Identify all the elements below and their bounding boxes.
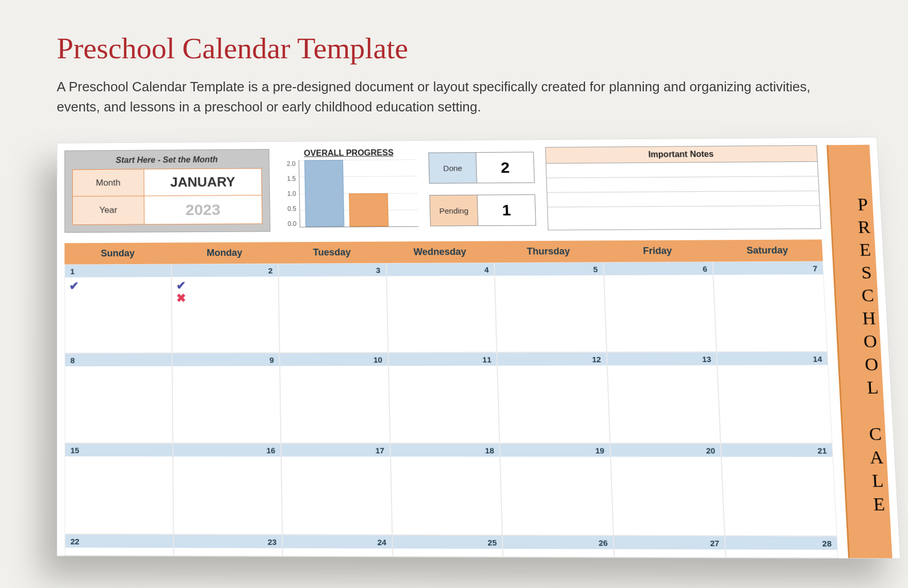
calendar-week: 1✔2✔✖34567 <box>64 261 828 353</box>
day-number: 22 <box>65 535 173 548</box>
day-number: 12 <box>497 353 606 366</box>
calendar-day[interactable]: 8 <box>64 353 172 443</box>
notes-heading: Important Notes <box>546 145 817 164</box>
calendar-day[interactable]: 22 <box>64 534 173 556</box>
calendar-day[interactable]: 6 <box>603 262 717 352</box>
month-selector: Start Here - Set the Month Month JANUARY… <box>64 149 270 233</box>
chart-bar-pending <box>349 193 388 226</box>
day-number: 4 <box>386 263 494 276</box>
day-body <box>391 456 500 463</box>
calendar-day[interactable]: 10 <box>280 353 390 444</box>
day-body <box>389 366 497 372</box>
page-description: A Preschool Calendar Template is a pre-d… <box>57 77 820 117</box>
chart-y-axis: 2.0 1.5 1.0 0.5 0.0 <box>281 160 300 227</box>
day-number: 27 <box>614 536 725 549</box>
note-line[interactable] <box>548 206 820 222</box>
cross-icon: ✖ <box>176 292 274 304</box>
day-body: ✔✖ <box>172 276 279 307</box>
calendar-day[interactable]: 24 <box>282 535 393 557</box>
day-number: 9 <box>172 353 279 366</box>
calendar-day[interactable]: 20 <box>610 443 725 535</box>
day-body <box>604 275 713 282</box>
year-value[interactable]: 2023 <box>144 195 262 224</box>
day-number: 6 <box>604 262 712 275</box>
day-number: 20 <box>610 444 721 456</box>
chart-title: OVERALL PROGRESS <box>281 148 417 158</box>
calendar-day[interactable]: 14 <box>717 352 832 444</box>
calendar-day[interactable]: 12 <box>497 352 610 444</box>
day-number: 1 <box>65 265 171 277</box>
day-body <box>714 274 823 281</box>
calendar-day[interactable]: 26 <box>502 535 614 558</box>
day-number: 11 <box>388 353 497 366</box>
day-body <box>495 275 604 282</box>
calendar-day[interactable]: 2✔✖ <box>171 264 280 353</box>
day-number: 7 <box>714 262 823 274</box>
calendar-day[interactable]: 11 <box>388 352 499 443</box>
stats-panel: Done 2 Pending 1 <box>428 147 536 231</box>
day-body <box>282 456 390 463</box>
calendar-week: 15161718192021 <box>64 443 837 536</box>
calendar-day[interactable]: 19 <box>500 443 613 535</box>
day-number: 18 <box>391 444 499 456</box>
day-body <box>500 456 610 463</box>
day-header-mon: Monday <box>171 242 278 264</box>
calendar-day[interactable]: 4 <box>386 263 497 352</box>
day-number: 14 <box>717 352 828 365</box>
calendar-day[interactable]: 3 <box>278 263 388 353</box>
day-number: 17 <box>282 444 390 456</box>
calendar-day[interactable]: 13 <box>607 352 721 443</box>
day-body <box>387 276 494 283</box>
calendar-day[interactable]: 15 <box>64 443 173 534</box>
calendar-day[interactable]: 27 <box>613 535 726 558</box>
day-number: 16 <box>173 444 281 456</box>
day-header-tue: Tuesday <box>278 241 386 263</box>
day-number: 3 <box>279 264 385 276</box>
day-number: 24 <box>283 535 392 549</box>
progress-chart: OVERALL PROGRESS 2.0 1.5 1.0 0.5 0.0 <box>281 148 419 232</box>
day-body: ✔ <box>65 277 171 295</box>
template-preview: Start Here - Set the Month Month JANUARY… <box>57 137 889 559</box>
calendar-day[interactable]: 21 <box>721 443 837 536</box>
year-label: Year <box>73 196 144 224</box>
calendar-day[interactable]: 28 <box>725 536 838 558</box>
calendar-header: Sunday Monday Tuesday Wednesday Thursday… <box>64 239 823 264</box>
calendar-day[interactable]: 25 <box>392 535 503 557</box>
day-header-fri: Friday <box>603 240 713 262</box>
day-body <box>172 366 279 373</box>
day-number: 8 <box>65 353 171 366</box>
calendar-day[interactable]: 17 <box>281 443 392 535</box>
calendar-day[interactable]: 1✔ <box>64 264 172 353</box>
calendar-week: 891011121314 <box>64 352 832 444</box>
day-header-thu: Thursday <box>494 240 603 263</box>
day-number: 28 <box>725 536 837 550</box>
calendar-day[interactable]: 7 <box>713 261 828 352</box>
day-number: 23 <box>174 535 282 548</box>
calendar-day[interactable]: 9 <box>172 353 281 443</box>
month-label: Month <box>73 169 144 197</box>
calendar-day[interactable]: 16 <box>172 443 282 534</box>
month-value[interactable]: JANUARY <box>144 169 262 196</box>
check-icon: ✔ <box>69 280 167 292</box>
note-line[interactable] <box>547 191 820 207</box>
day-number: 13 <box>607 352 717 365</box>
stat-pending: Pending 1 <box>429 194 536 226</box>
check-icon: ✔ <box>176 280 274 291</box>
stat-pending-value: 1 <box>477 195 536 225</box>
calendar-day[interactable]: 18 <box>390 443 502 535</box>
calendar-day[interactable]: 23 <box>173 534 283 557</box>
day-body <box>498 366 607 372</box>
day-number: 5 <box>495 263 603 275</box>
note-line[interactable] <box>546 162 818 178</box>
day-number: 10 <box>280 353 388 366</box>
calendar-day[interactable]: 5 <box>494 262 607 352</box>
day-header-wed: Wednesday <box>385 241 494 263</box>
day-header-sun: Sunday <box>64 242 171 264</box>
day-body <box>611 456 721 463</box>
stat-pending-label: Pending <box>430 195 478 226</box>
day-body <box>279 276 386 283</box>
stat-done-value: 2 <box>476 152 534 183</box>
day-number: 15 <box>65 444 172 456</box>
page-title: Preschool Calendar Template <box>57 31 851 66</box>
note-line[interactable] <box>547 176 819 193</box>
